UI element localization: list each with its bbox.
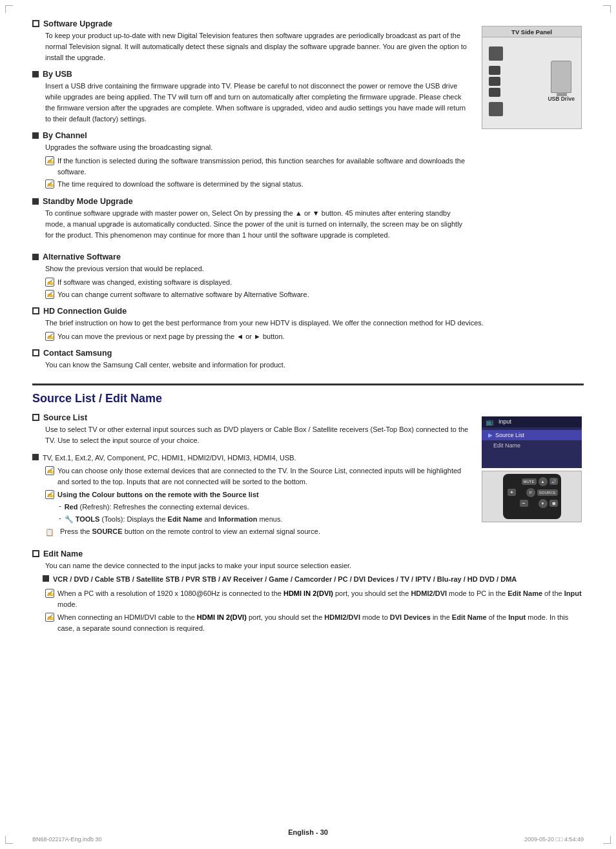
footer-file-info: BN68-02217A-Eng.indb 30 <box>32 836 102 843</box>
source-menu-header: 📺 Input <box>482 416 582 427</box>
remote-image: MUTE ▲ 🔊 + P SOURCE − ▼ 🔲 <box>482 471 582 522</box>
source-note2-title: Using the Colour buttons on the remote w… <box>57 491 259 498</box>
by-channel-notes: ✍ If the function is selected during the… <box>45 156 471 190</box>
hdmi2dvi-mode-2: HDMI2/DVI <box>324 613 360 621</box>
contact-samsung-body: You can know the Samsung Call center, we… <box>45 360 584 371</box>
remote-minus-btn: − <box>520 500 528 507</box>
hd-connection: HD Connection Guide The brief instructio… <box>32 307 584 342</box>
software-upgrade: Software Upgrade To keep your product up… <box>32 19 471 63</box>
source-menu-box: 📺 Input ▶ Source List Edit Name <box>482 416 582 468</box>
usb-drive-area: USB Drive <box>548 61 575 102</box>
usb-drive-shape <box>551 61 571 93</box>
source-note3: 📋 Press the SOURCE button on the remote … <box>45 526 471 538</box>
remote-body: MUTE ▲ 🔊 + P SOURCE − ▼ 🔲 <box>503 474 561 519</box>
source-menu-edit-name: Edit Name <box>482 440 582 451</box>
bullet-square-icon-2 <box>32 132 39 139</box>
information-inline: Information <box>218 515 258 523</box>
software-upgrade-title: Software Upgrade <box>43 19 112 28</box>
source-menu-source-label: Source List <box>495 432 524 438</box>
source-note1: ✍ You can choose only those external dev… <box>45 465 471 487</box>
source-list-notes: ✍ You can choose only those external dev… <box>45 465 471 538</box>
standby-mode-title: Standby Mode Upgrade <box>43 197 133 206</box>
alt-note1: ✍ If software was changed, existing soft… <box>45 277 584 288</box>
note-icon-9: ✍ <box>45 613 54 622</box>
edit-name-body: You can name the device connected to the… <box>45 560 584 571</box>
tv-panel-image-col: TV Side Panel USB Drive <box>482 19 584 247</box>
port-3 <box>489 77 500 86</box>
tv-ports <box>489 46 503 116</box>
edit-name-section: Edit Name You can name the device connec… <box>32 549 584 634</box>
source-list: Source List Use to select TV or other ex… <box>32 413 471 446</box>
by-channel-note1: ✍ If the function is selected during the… <box>45 156 471 178</box>
remote-bot-buttons: − ▼ 🔲 <box>520 499 558 508</box>
input-bold-1: Input <box>564 589 582 597</box>
source-list-section: Source List Use to select TV or other ex… <box>32 413 584 544</box>
bullet-square-icon-6 <box>43 575 49 582</box>
bullet-square-icon-3 <box>32 198 39 205</box>
vcr-dvd-list: VCR / DVD / Cable STB / Satellite STB / … <box>53 575 517 583</box>
edit-note2: ✍ When connecting an HDMI/DVI cable to t… <box>45 612 584 634</box>
bullet-hollow-icon-5 <box>32 550 39 557</box>
by-usb: By USB Insert a USB drive containing the… <box>32 70 471 125</box>
source-menu-source-list: ▶ Source List <box>482 430 582 440</box>
bullet-square-icon-4 <box>32 254 39 260</box>
software-upgrade-body: To keep your product up-to-date with new… <box>45 30 471 63</box>
hdmi2dvi-mode-1: HDMI2/DVI <box>411 589 447 597</box>
source-list-inputs-text: TV, Ext.1, Ext.2, AV, Component, PC, HDM… <box>43 453 296 464</box>
source-list-body: Use to select TV or other external input… <box>45 424 471 446</box>
port-5 <box>489 102 503 116</box>
standby-mode-body: To continue software upgrade with master… <box>45 208 471 241</box>
hd-connection-body: The brief instruction on how to get the … <box>45 318 584 329</box>
note-icon-5: ✍ <box>45 332 54 341</box>
tv-panel-image: TV Side Panel USB Drive <box>482 26 582 129</box>
edit-name-notes: ✍ When a PC with a resolution of 1920 x … <box>45 588 584 634</box>
hd-connection-title: HD Connection Guide <box>43 307 127 316</box>
hdmi-in-2dvi-2: HDMI IN 2(DVI) <box>197 613 247 621</box>
remote-ch-down: ▼ <box>539 499 548 508</box>
by-usb-body: Insert a USB drive containing the firmwa… <box>45 81 471 125</box>
section-divider <box>32 384 584 385</box>
remote-top-buttons: MUTE ▲ 🔊 <box>522 477 558 486</box>
note-icon-2: ✍ <box>45 179 54 189</box>
remote-ch-up: P <box>526 488 535 497</box>
alternative-software: Alternative Software Show the previous v… <box>32 252 584 300</box>
alternative-software-body: Show the previous version that would be … <box>45 263 584 274</box>
note-icon-6: ✍ <box>45 466 54 475</box>
tv-panel-label: TV Side Panel <box>482 26 581 37</box>
dvi-devices-bold: DVI Devices <box>390 613 431 621</box>
bullet-hollow-icon-2 <box>32 307 39 314</box>
corner-bl <box>5 836 13 844</box>
contact-samsung-title: Contact Samsung <box>43 349 112 358</box>
source-list-left: Source List Use to select TV or other ex… <box>32 413 471 544</box>
standby-mode: Standby Mode Upgrade To continue softwar… <box>32 197 471 241</box>
hdmi-in-2dvi-1: HDMI IN 2(DVI) <box>283 589 333 597</box>
hd-note1: ✍ You can move the previous or next page… <box>45 331 584 342</box>
page-footer: English - 30 <box>0 828 616 836</box>
tools-label: TOOLS <box>76 515 100 523</box>
by-usb-title: By USB <box>43 70 72 79</box>
by-channel-body: Upgrades the software using the broadcas… <box>45 142 471 153</box>
corner-tr <box>603 5 611 13</box>
footer-timestamp: 2009-05-20 □□ 4:54:49 <box>524 836 584 843</box>
input-bold-2: Input <box>508 613 526 621</box>
page: Software Upgrade To keep your product up… <box>0 0 616 849</box>
by-channel: By Channel Upgrades the software using t… <box>32 131 471 190</box>
note-ref-icon: 📋 <box>45 527 54 538</box>
bullet-hollow-icon <box>32 20 39 27</box>
software-upgrade-section: Software Upgrade To keep your product up… <box>32 19 584 247</box>
edit-name-bold-1: Edit Name <box>508 589 542 597</box>
alternative-software-title: Alternative Software <box>43 252 121 261</box>
note-icon-3: ✍ <box>45 278 54 287</box>
corner-br <box>603 836 611 844</box>
hd-connection-notes: ✍ You can move the previous or next page… <box>45 331 584 342</box>
remote-plus-btn: + <box>508 489 516 496</box>
edit-name-inline: Edit Name <box>168 515 203 523</box>
source-menu-header-label: Input <box>496 418 518 425</box>
remote-source-btn: SOURCE <box>537 489 558 496</box>
note-icon: ✍ <box>45 156 54 165</box>
by-channel-title: By Channel <box>43 131 87 140</box>
software-upgrade-left: Software Upgrade To keep your product up… <box>32 19 471 247</box>
edit-name-bullet: VCR / DVD / Cable STB / Satellite STB / … <box>53 574 517 585</box>
source-list-title: Source List <box>43 413 87 422</box>
bullet-square-icon-5 <box>32 454 39 460</box>
